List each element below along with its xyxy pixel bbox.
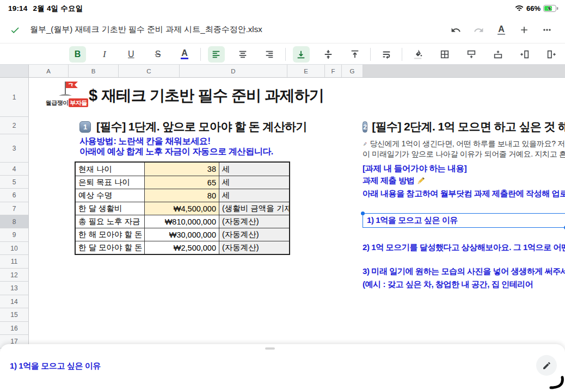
row-header-1[interactable]: 1	[0, 78, 29, 117]
row-value[interactable]: ₩4,500,000	[145, 202, 219, 215]
valign-bottom-button[interactable]	[293, 46, 310, 63]
row-header-15[interactable]: 15	[0, 308, 29, 322]
date: 2월 4일 수요일	[33, 4, 83, 13]
column-header-f[interactable]: F	[325, 65, 342, 77]
step2-item-3-example[interactable]: (예시 : 갖고 싶은 차, 창업한 내 공간, 집 인테리어	[363, 279, 565, 290]
borders-button[interactable]	[436, 46, 453, 63]
row-label[interactable]: 예상 수명	[76, 189, 145, 202]
row-note[interactable]: 세	[219, 176, 289, 189]
step2-item-2[interactable]: 2) 1억 모으기를 달성했다고 상상해보아요. 그 1억으로 어떤 것	[363, 242, 565, 253]
cell-editor-text[interactable]: 1) 1억을 모으고 싶은 이유	[10, 361, 101, 371]
row-value[interactable]: ₩810,000,000	[145, 215, 219, 228]
step1-heading-cell[interactable]: 1 [필수] 1단계. 앞으로 모아야 할 돈 계산하기	[79, 119, 307, 134]
insert-row-below-button[interactable]	[463, 46, 480, 63]
row-value[interactable]: ₩30,000,000	[145, 228, 219, 241]
undo-button[interactable]	[444, 22, 467, 38]
insert-row-above-button[interactable]	[490, 46, 507, 63]
valign-middle-button[interactable]	[320, 46, 336, 63]
text-format-button[interactable]: A	[490, 22, 513, 38]
align-right-button[interactable]	[261, 46, 278, 63]
row-header-7[interactable]: 7	[0, 202, 29, 215]
step2-intro-text-1: 당신에게 1억이 생긴다면, 어떤 하루를 보내고 있을까요? 저	[370, 139, 565, 149]
row-header-9[interactable]: 9	[0, 228, 29, 242]
selected-cell[interactable]: 1) 1억을 모으고 싶은 이유	[363, 213, 565, 228]
panel-drag-handle[interactable]	[265, 347, 275, 350]
text-color-button[interactable]: A	[176, 46, 193, 63]
row-note[interactable]: 세	[219, 163, 289, 176]
row-note[interactable]: (자동계산)	[219, 228, 289, 241]
column-header-a[interactable]: A	[29, 65, 69, 77]
strikethrough-icon: S	[155, 49, 161, 59]
row-header-12[interactable]: 12	[0, 269, 29, 282]
row-note[interactable]: (생활비 금액을 기재)	[219, 202, 289, 215]
row-header-3[interactable]: 3	[0, 134, 29, 163]
fill-color-button[interactable]	[409, 46, 426, 63]
table-row: 한 해 모아야 할 돈 ₩30,000,000 (자동계산)	[76, 228, 289, 241]
insert-column-left-button[interactable]	[517, 46, 533, 63]
bold-button[interactable]: B	[69, 46, 86, 63]
row-value[interactable]: 38	[145, 163, 219, 176]
row-label[interactable]: 한 달 생활비	[76, 202, 145, 215]
row-header-8[interactable]: 8	[0, 215, 29, 228]
row-header-6[interactable]: 6	[0, 189, 29, 202]
row-label[interactable]: 현재 나이	[76, 163, 145, 176]
selected-cell-text: 1) 1억을 모으고 싶은 이유	[367, 215, 458, 226]
column-header-c[interactable]: C	[119, 65, 180, 77]
align-left-button[interactable]	[208, 46, 225, 63]
edit-cell-button[interactable]	[536, 355, 557, 376]
column-header-d[interactable]: D	[180, 65, 287, 77]
row-header-11[interactable]: 11	[0, 255, 29, 269]
step1-instruction-2[interactable]: 아래에 예상 합계 노후 자금이 자동으로 계산됩니다.	[79, 146, 273, 158]
row-header-10[interactable]: 10	[0, 242, 29, 255]
row-value[interactable]: ₩2,500,000	[145, 241, 219, 254]
row-header-2[interactable]: 2	[0, 117, 29, 134]
step2-item-3[interactable]: 3) 미래 일기에 원하는 모습의 사진을 넣어 생생하게 써주세	[363, 266, 565, 277]
step2-upload-line[interactable]: 아래 내용을 참고하여 월부닷컴 과제 제출란에 작성해 업로드해	[363, 189, 565, 199]
valign-bottom-icon	[296, 49, 306, 59]
row-header-5[interactable]: 5	[0, 176, 29, 189]
select-all-corner[interactable]	[0, 65, 29, 78]
row-header-13[interactable]: 13	[0, 282, 29, 295]
valign-middle-icon	[323, 49, 333, 59]
row-header-4[interactable]: 4	[0, 163, 29, 176]
insert-column-right-button[interactable]	[543, 46, 560, 63]
strikethrough-button[interactable]: S	[149, 46, 166, 63]
valign-top-button[interactable]	[346, 46, 363, 63]
redo-button[interactable]	[467, 22, 490, 38]
step2-intro-line-2[interactable]: 이 미래일기가 앞으로 나아갈 이유가 되어줄 거예요. 지치고 흔들	[363, 150, 565, 159]
row-label[interactable]: 한 해 모아야 할 돈	[76, 228, 145, 241]
selection-handle-top-left[interactable]	[361, 211, 365, 215]
row-value[interactable]: 65	[145, 176, 219, 189]
keycap-1-icon: 1	[79, 121, 91, 133]
align-center-icon	[238, 49, 248, 59]
align-center-button[interactable]	[235, 46, 251, 63]
pencil-icon	[542, 361, 551, 370]
row-header-16[interactable]: 16	[0, 322, 29, 335]
step1-heading: [필수] 1단계. 앞으로 모아야 할 돈 계산하기	[96, 119, 307, 134]
logo-text-part1: 월급쟁이	[46, 99, 69, 107]
text-wrap-button[interactable]	[378, 46, 395, 63]
row-label[interactable]: 한 달 모아야 할 돈	[76, 241, 145, 254]
insert-button[interactable]	[513, 22, 536, 38]
row-label[interactable]: 총 필요 노후 자금	[76, 215, 145, 228]
underline-button[interactable]: U	[122, 46, 139, 63]
step2-intro-line-1[interactable]: 당신에게 1억이 생긴다면, 어떤 하루를 보내고 있을까요? 저	[363, 139, 565, 149]
row-value[interactable]: 80	[145, 189, 219, 202]
step2-submit-heading-cell[interactable]: 과제 제출 방법	[363, 176, 425, 186]
column-header-b[interactable]: B	[69, 65, 119, 77]
logo-text-part2: 부자들	[69, 98, 89, 107]
row-note[interactable]: (자동계산)	[219, 215, 289, 228]
italic-button[interactable]: I	[96, 46, 113, 63]
more-options-button[interactable]	[536, 22, 558, 38]
sheet-title-cell[interactable]: $재테크 기초반 필수 준비 과제하기	[89, 85, 324, 106]
toolbar-separator	[285, 48, 286, 61]
row-label[interactable]: 은퇴 목표 나이	[76, 176, 145, 189]
step2-section-heading[interactable]: [과제 내 들어가야 하는 내용]	[363, 163, 466, 175]
step2-heading-cell[interactable]: 2 [필수] 2단계. 1억 모으면 하고 싶은 것 해	[363, 119, 565, 134]
step1-instruction-1[interactable]: 사용방법: 노란색 칸을 채워보세요!	[79, 136, 210, 147]
row-note[interactable]: (자동계산)	[219, 241, 289, 254]
column-header-e[interactable]: E	[287, 65, 325, 77]
row-header-14[interactable]: 14	[0, 295, 29, 308]
column-header-g[interactable]: G	[342, 65, 363, 77]
row-note[interactable]: 세	[219, 189, 289, 202]
